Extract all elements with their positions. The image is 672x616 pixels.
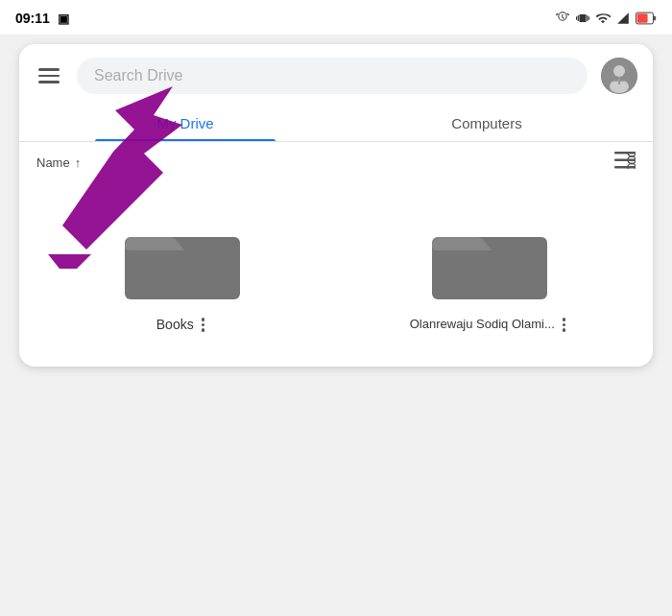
svg-rect-10 bbox=[614, 166, 636, 169]
tab-bar: My Drive Computers bbox=[19, 104, 653, 142]
wifi-icon bbox=[595, 11, 611, 26]
sort-name-label: Name bbox=[36, 155, 70, 170]
alarm-icon bbox=[555, 11, 570, 26]
status-right bbox=[555, 11, 657, 26]
search-placeholder: Search Drive bbox=[94, 67, 182, 83]
books-name-row: Books bbox=[156, 316, 208, 334]
olanrewaju-folder-name: Olanrewaju Sodiq Olami... bbox=[410, 317, 555, 333]
svg-rect-9 bbox=[614, 159, 636, 162]
list-view-toggle-button[interactable] bbox=[614, 152, 636, 174]
books-folder-name: Books bbox=[156, 317, 194, 332]
time-display: 09:11 bbox=[15, 11, 50, 26]
folder-item-books[interactable]: Books bbox=[29, 201, 336, 347]
status-left: 09:11 ▣ bbox=[15, 11, 69, 26]
vibrate-icon bbox=[576, 11, 589, 26]
tab-my-drive[interactable]: My Drive bbox=[35, 104, 336, 141]
olanrewaju-name-row: Olanrewaju Sodiq Olami... bbox=[410, 316, 570, 334]
olanrewaju-folder-icon bbox=[427, 210, 552, 306]
avatar-image bbox=[601, 58, 637, 94]
folders-grid: Books Olanrewaju Sodiq bbox=[19, 181, 653, 347]
olanrewaju-menu-button[interactable] bbox=[559, 316, 570, 334]
folder-item-olanrewaju[interactable]: Olanrewaju Sodiq Olami... bbox=[336, 201, 643, 347]
books-folder-icon bbox=[120, 210, 245, 306]
hamburger-menu-button[interactable] bbox=[35, 64, 63, 87]
sort-label[interactable]: Name ↑ bbox=[36, 155, 81, 170]
search-bar[interactable]: Search Drive bbox=[77, 58, 588, 94]
sim-icon: ▣ bbox=[58, 12, 69, 26]
signal-icon bbox=[616, 11, 630, 26]
tab-computers[interactable]: Computers bbox=[336, 104, 637, 141]
search-area: Search Drive bbox=[19, 44, 653, 104]
app-card: Search Drive My Drive Computers bbox=[19, 44, 653, 367]
svg-rect-8 bbox=[614, 152, 636, 154]
list-icon bbox=[614, 152, 636, 169]
sort-row: Name ↑ bbox=[19, 142, 653, 181]
books-menu-button[interactable] bbox=[198, 316, 209, 334]
status-bar: 09:11 ▣ bbox=[0, 0, 672, 35]
svg-rect-2 bbox=[654, 16, 656, 21]
svg-rect-1 bbox=[637, 13, 648, 22]
svg-point-4 bbox=[613, 65, 625, 77]
battery-icon bbox=[636, 12, 657, 25]
sort-arrow-icon: ↑ bbox=[75, 155, 82, 170]
user-avatar-button[interactable] bbox=[601, 58, 637, 94]
